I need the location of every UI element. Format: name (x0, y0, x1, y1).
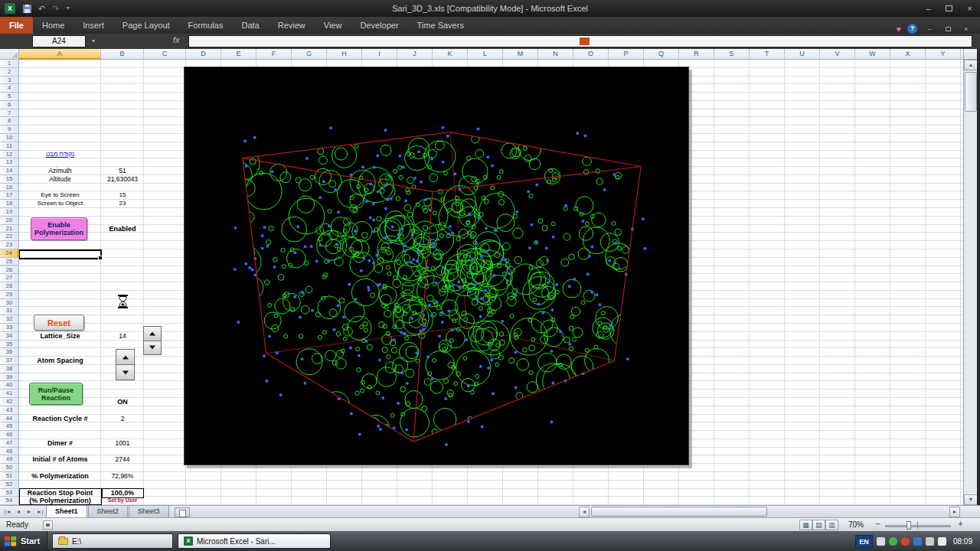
row-header-9[interactable]: 9 (0, 126, 19, 134)
close-button[interactable]: × (959, 2, 980, 15)
row-header-8[interactable]: 8 (0, 117, 19, 126)
vertical-scrollbar[interactable]: ▲ ▼ (963, 49, 977, 505)
column-header-M[interactable]: M (503, 49, 538, 60)
column-header-H[interactable]: H (327, 49, 362, 60)
row-header-50[interactable]: 50 (0, 464, 19, 472)
row-header-27[interactable]: 27 (0, 274, 19, 282)
ribbon-tab-time-savers[interactable]: Time Savers (408, 17, 473, 34)
row-header-51[interactable]: 51 (0, 472, 19, 481)
row-header-1[interactable]: 1 (0, 60, 19, 68)
minimize-button[interactable]: – (918, 2, 939, 15)
row-header-48[interactable]: 48 (0, 448, 19, 456)
tray-update-icon[interactable] (901, 537, 910, 546)
taskbar-task-explorer[interactable]: E:\ (52, 533, 173, 549)
row-header-25[interactable]: 25 (0, 258, 19, 266)
cell-B14[interactable]: 51 (101, 167, 144, 175)
row-header-20[interactable]: 20 (0, 217, 19, 225)
lattice-size-up-button[interactable] (143, 326, 162, 341)
row-header-2[interactable]: 2 (0, 68, 19, 77)
previous-sheet-button[interactable]: ◄ (13, 507, 24, 517)
row-header-11[interactable]: 11 (0, 142, 19, 151)
zoom-level[interactable]: 70% (848, 520, 864, 529)
row-header-5[interactable]: 5 (0, 93, 19, 101)
row-header-40[interactable]: 40 (0, 381, 19, 390)
row-header-12[interactable]: 12 (0, 151, 19, 159)
cell-B21[interactable]: Enabled (101, 225, 144, 233)
help-icon[interactable]: ? (907, 24, 917, 34)
cell-B44[interactable]: 2 (101, 415, 144, 423)
row-header-10[interactable]: 10 (0, 134, 19, 142)
sheet-tab-sheet2[interactable]: Sheet2 (88, 506, 129, 518)
cell-B49[interactable]: 2744 (101, 455, 144, 464)
simulation-chart[interactable] (184, 67, 689, 465)
taskbar-task-excel[interactable]: XMicrosoft Excel - Sari... (178, 533, 331, 549)
row-header-19[interactable]: 19 (0, 208, 19, 217)
row-header-23[interactable]: 23 (0, 241, 19, 249)
ribbon-tab-view[interactable]: View (315, 17, 351, 34)
atom-spacing-up-button[interactable] (116, 349, 135, 365)
sheet-tab-sheet3[interactable]: Sheet3 (129, 506, 169, 518)
column-header-F[interactable]: F (256, 49, 292, 60)
row-header-7[interactable]: 7 (0, 109, 19, 118)
row-header-14[interactable]: 14 (0, 167, 19, 175)
macro-record-icon[interactable] (43, 520, 53, 530)
workbook-restore-button[interactable] (942, 25, 954, 33)
workbook-minimize-button[interactable]: – (923, 25, 936, 33)
row-header-43[interactable]: 43 (0, 406, 19, 415)
row-header-52[interactable]: 52 (0, 481, 19, 489)
row-header-39[interactable]: 39 (0, 373, 19, 382)
last-sheet-button[interactable]: ►| (34, 507, 45, 517)
cell-B42[interactable]: ON (101, 398, 144, 406)
qat-dropdown-icon[interactable]: ▾ (66, 0, 69, 17)
cell-B47[interactable]: 1001 (101, 439, 144, 448)
sheet-tab-sheet1[interactable]: Sheet1 (46, 506, 87, 518)
row-header-31[interactable]: 31 (0, 307, 19, 315)
column-header-G[interactable]: G (292, 49, 327, 60)
scroll-down-button[interactable]: ▼ (964, 494, 978, 505)
column-header-W[interactable]: W (855, 49, 890, 60)
row-header-47[interactable]: 47 (0, 439, 19, 448)
row-header-21[interactable]: 21 (0, 225, 19, 233)
column-header-Q[interactable]: Q (644, 49, 679, 60)
horizontal-scroll-thumb[interactable] (591, 507, 767, 517)
cell-A51[interactable]: % Polymerization (19, 472, 101, 481)
cell-A44[interactable]: Reaction Cycle # (19, 415, 101, 423)
redo-icon[interactable]: ↷ (52, 0, 59, 17)
row-header-18[interactable]: 18 (0, 200, 19, 208)
column-header-V[interactable]: V (820, 49, 855, 60)
cell-B51[interactable]: 72,96% (101, 472, 144, 481)
cell-B15[interactable]: 21,630043 (101, 175, 144, 184)
column-header-D[interactable]: D (186, 49, 221, 60)
row-header-33[interactable]: 33 (0, 324, 19, 332)
column-header-O[interactable]: O (573, 49, 609, 60)
heart-icon[interactable]: ♥ (896, 24, 901, 34)
column-header-S[interactable]: S (714, 49, 750, 60)
row-header-49[interactable]: 49 (0, 455, 19, 464)
row-header-3[interactable]: 3 (0, 77, 19, 85)
name-box[interactable]: A24 (32, 35, 86, 47)
column-header-N[interactable]: N (538, 49, 573, 60)
column-header-L[interactable]: L (468, 49, 503, 60)
row-header-44[interactable]: 44 (0, 415, 19, 423)
normal-view-icon[interactable]: ▦ (799, 520, 812, 530)
cell-A18[interactable]: Screen to Object (19, 200, 101, 208)
cell-B17[interactable]: 15 (101, 191, 144, 200)
column-header-X[interactable]: X (890, 49, 926, 60)
tray-volume-icon[interactable] (926, 537, 934, 546)
row-header-22[interactable]: 22 (0, 233, 19, 241)
save-icon[interactable] (23, 5, 31, 13)
column-header-E[interactable]: E (221, 49, 256, 60)
cell-grid[interactable]: נקודת מבטAzimuth51Altitude21,630043Eye t… (0, 60, 963, 505)
row-header-36[interactable]: 36 (0, 348, 19, 357)
vertical-scroll-thumb[interactable] (965, 72, 977, 112)
row-header-38[interactable]: 38 (0, 365, 19, 373)
row-header-4[interactable]: 4 (0, 84, 19, 93)
cell-B34[interactable]: 14 (101, 332, 144, 341)
row-header-37[interactable]: 37 (0, 357, 19, 365)
row-header-34[interactable]: 34 (0, 332, 19, 341)
insert-worksheet-button[interactable] (175, 507, 190, 517)
row-header-13[interactable]: 13 (0, 158, 19, 167)
row-header-26[interactable]: 26 (0, 266, 19, 275)
cell-A12[interactable]: נקודת מבט (19, 151, 101, 159)
cell-A14[interactable]: Azimuth (19, 167, 101, 175)
